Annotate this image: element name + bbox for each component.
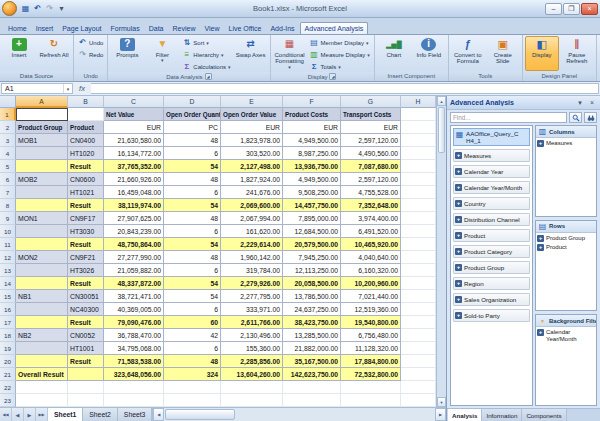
cell-B1[interactable] (68, 108, 104, 121)
cell-C6[interactable]: 21,660,926.00 (104, 173, 164, 186)
cell-A4[interactable] (16, 147, 68, 160)
row-header-23[interactable]: 23 (0, 394, 16, 407)
cell-H14[interactable] (401, 277, 436, 290)
ribbon-tab-data[interactable]: Data (145, 23, 168, 34)
panel-close-icon[interactable]: × (587, 98, 597, 108)
cell-A8[interactable] (16, 199, 68, 212)
cell-B9[interactable]: CN9F17 (68, 212, 104, 225)
vertical-scroll-track[interactable] (437, 154, 446, 397)
cell-E14[interactable]: 2,279,926.00 (221, 277, 283, 290)
cell-F21[interactable]: 142,623,750.00 (283, 368, 341, 381)
expand-icon[interactable]: + (455, 312, 462, 319)
cell-D10[interactable]: 6 (164, 225, 221, 238)
totals-button[interactable]: ΣTotals▾ (308, 61, 372, 72)
cell-A21[interactable]: Overall Result (16, 368, 68, 381)
cell-E9[interactable]: 2,067,994.00 (221, 212, 283, 225)
expand-icon[interactable]: + (537, 235, 544, 242)
field-item-product-category[interactable]: +Product Category (453, 245, 530, 258)
cell-D1[interactable]: Open Order Quantity (164, 108, 221, 121)
cell-E23[interactable] (221, 394, 283, 407)
cell-D9[interactable]: 48 (164, 212, 221, 225)
axis-item-product[interactable]: +Product (537, 243, 595, 252)
cell-H3[interactable] (401, 134, 436, 147)
horizontal-scroll-track[interactable] (236, 408, 435, 421)
cell-D23[interactable] (164, 394, 221, 407)
cell-G23[interactable] (341, 394, 401, 407)
prompts-button[interactable]: ?Prompts (110, 36, 144, 72)
row-header-2[interactable]: 2 (0, 121, 16, 134)
dialog-launcher-icon[interactable]: ◢ (329, 73, 336, 80)
cell-H13[interactable] (401, 264, 436, 277)
cell-B2[interactable]: Product (68, 121, 104, 134)
cell-G4[interactable]: 4,490,560.00 (341, 147, 401, 160)
cell-G10[interactable]: 6,491,520.00 (341, 225, 401, 238)
row-header-22[interactable]: 22 (0, 381, 16, 394)
expand-icon[interactable]: + (455, 184, 462, 191)
cell-F6[interactable]: 4,949,500.00 (283, 173, 341, 186)
expand-icon[interactable]: + (455, 248, 462, 255)
cell-G12[interactable]: 4,040,640.00 (341, 251, 401, 264)
row-header-18[interactable]: 18 (0, 329, 16, 342)
cell-H23[interactable] (401, 394, 436, 407)
ribbon-tab-review[interactable]: Review (169, 23, 200, 34)
create-slide-button[interactable]: ▣Create Slide (486, 36, 520, 71)
col-header-E[interactable]: E (221, 96, 283, 108)
refresh-all-button[interactable]: ↻Refresh All (37, 36, 71, 71)
pause-refresh-button[interactable]: ∥Pause Refresh (560, 36, 594, 71)
cell-B11[interactable]: Result (68, 238, 104, 251)
cell-A11[interactable] (16, 238, 68, 251)
row-header-6[interactable]: 6 (0, 173, 16, 186)
cell-G5[interactable]: 7,087,680.00 (341, 160, 401, 173)
cell-A2[interactable]: Product Group (16, 121, 68, 134)
maximize-button[interactable]: ❐ (563, 3, 580, 15)
row-header-5[interactable]: 5 (0, 160, 16, 173)
conditional-formatting-button[interactable]: ▦Conditional Formatting▾ (273, 36, 307, 72)
field-item-product[interactable]: +Product (453, 229, 530, 242)
expand-icon[interactable]: + (455, 264, 462, 271)
cell-H8[interactable] (401, 199, 436, 212)
cell-A7[interactable] (16, 186, 68, 199)
cell-D18[interactable]: 42 (164, 329, 221, 342)
cell-F3[interactable]: 4,949,500.00 (283, 134, 341, 147)
cell-A19[interactable] (16, 342, 68, 355)
cell-G11[interactable]: 10,465,920.00 (341, 238, 401, 251)
cell-E15[interactable]: 2,277,795.00 (221, 290, 283, 303)
cell-C3[interactable]: 21,630,580.00 (104, 134, 164, 147)
sheet-tab-sheet1[interactable]: Sheet1 (48, 408, 83, 421)
cell-C18[interactable]: 36,788,470.00 (104, 329, 164, 342)
cell-F12[interactable]: 7,945,250.00 (283, 251, 341, 264)
cell-H21[interactable] (401, 368, 436, 381)
datasource-root[interactable]: ▦AAOffice_Query_C H4_1 (453, 128, 530, 146)
cell-A5[interactable] (16, 160, 68, 173)
ribbon-tab-advanced-analysis[interactable]: Advanced Analysis (300, 22, 369, 35)
col-header-F[interactable]: F (283, 96, 341, 108)
cell-E1[interactable]: Open Order Value (221, 108, 283, 121)
cell-C16[interactable]: 40,369,005.00 (104, 303, 164, 316)
cell-F14[interactable]: 20,058,500.00 (283, 277, 341, 290)
expand-icon[interactable]: + (537, 329, 544, 336)
field-item-distribution-channel[interactable]: +Distribution Channel (453, 213, 530, 226)
cell-C9[interactable]: 27,907,625.00 (104, 212, 164, 225)
row-header-4[interactable]: 4 (0, 147, 16, 160)
row-header-13[interactable]: 13 (0, 264, 16, 277)
cell-H7[interactable] (401, 186, 436, 199)
measure-display-button[interactable]: ▥Measure Display▾ (308, 49, 372, 60)
field-item-calendar-year-month[interactable]: +Calendar Year/Month (453, 181, 530, 194)
row-header-21[interactable]: 21 (0, 368, 16, 381)
cell-D11[interactable]: 54 (164, 238, 221, 251)
sheet-tab-sheet2[interactable]: Sheet2 (83, 408, 118, 421)
cell-H17[interactable] (401, 316, 436, 329)
row-header-19[interactable]: 19 (0, 342, 16, 355)
cell-C8[interactable]: 38,119,974.00 (104, 199, 164, 212)
cell-E8[interactable]: 2,069,600.00 (221, 199, 283, 212)
cell-F2[interactable]: EUR (283, 121, 341, 134)
row-header-15[interactable]: 15 (0, 290, 16, 303)
row-header-10[interactable]: 10 (0, 225, 16, 238)
cell-G20[interactable]: 17,884,800.00 (341, 355, 401, 368)
cell-B13[interactable]: HT3026 (68, 264, 104, 277)
cell-A18[interactable]: NB2 (16, 329, 68, 342)
convert-to-formula-button[interactable]: ƒConvert to Formula (451, 36, 485, 71)
cell-B20[interactable]: Result (68, 355, 104, 368)
field-item-region[interactable]: +Region (453, 277, 530, 290)
next-sheet-icon[interactable]: ▶ (24, 408, 36, 421)
